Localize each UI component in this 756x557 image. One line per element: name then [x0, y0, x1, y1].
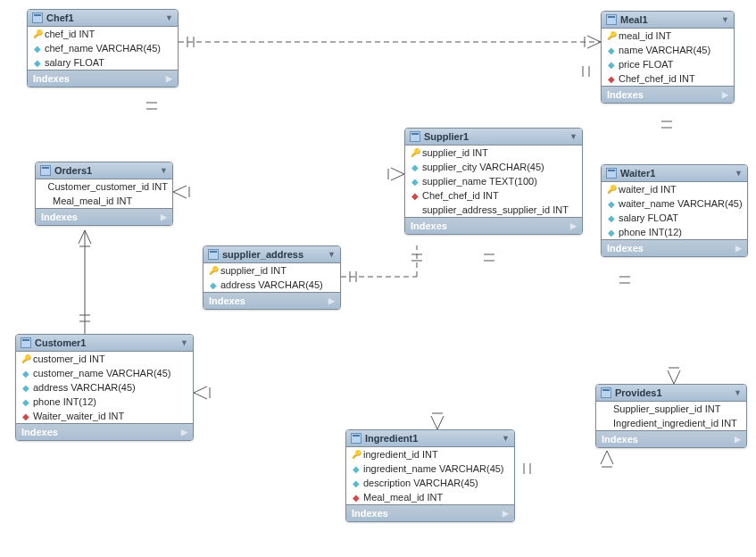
- column-row[interactable]: supplier_address_supplier_id INT: [405, 203, 582, 217]
- column-label: phone INT(12): [619, 227, 682, 237]
- key-icon: 🔑: [21, 354, 31, 363]
- entity-table[interactable]: Customer1▼🔑customer_id INT◆customer_name…: [15, 334, 194, 441]
- diamond-icon: ◆: [606, 213, 617, 223]
- indexes-section[interactable]: Indexes▶: [16, 423, 193, 440]
- table-icon: [606, 168, 617, 179]
- entity-title: Ingredient1: [365, 433, 418, 444]
- column-row[interactable]: ◆Meal_meal_id INT: [346, 490, 514, 504]
- expand-icon[interactable]: ▶: [570, 221, 577, 230]
- table-icon: [40, 165, 51, 176]
- column-row[interactable]: 🔑waiter_id INT: [602, 182, 747, 196]
- column-row[interactable]: 🔑supplier_id INT: [405, 145, 582, 160]
- indexes-section[interactable]: Indexes▶: [602, 239, 747, 256]
- expand-icon[interactable]: ▶: [722, 90, 728, 99]
- collapse-icon[interactable]: ▼: [569, 132, 577, 141]
- column-row[interactable]: ◆phone INT(12): [602, 225, 747, 239]
- collapse-icon[interactable]: ▼: [721, 15, 729, 24]
- column-row[interactable]: Supplier_supplier_id INT: [596, 402, 746, 416]
- indexes-label: Indexes: [352, 508, 388, 519]
- entity-header[interactable]: Ingredient1▼: [346, 430, 514, 447]
- expand-icon[interactable]: ▶: [328, 296, 335, 305]
- diamond-icon: ◆: [606, 46, 617, 55]
- diamond-icon: ◆: [606, 228, 617, 237]
- column-row[interactable]: 🔑supplier_id INT: [204, 263, 340, 278]
- expand-icon[interactable]: ▶: [161, 212, 167, 221]
- indexes-section[interactable]: Indexes▶: [602, 86, 734, 103]
- entity-header[interactable]: Provides1▼: [596, 385, 746, 402]
- column-label: salary FLOAT: [619, 212, 678, 223]
- column-row[interactable]: ◆phone INT(12): [16, 395, 193, 409]
- entity-header[interactable]: Chef1▼: [28, 10, 178, 27]
- erd-canvas: Chef1▼🔑chef_id INT◆chef_name VARCHAR(45)…: [0, 0, 756, 557]
- column-row[interactable]: Customer_customer_id INT: [36, 179, 172, 194]
- column-label: phone INT(12): [33, 396, 96, 407]
- column-row[interactable]: ◆Waiter_waiter_id INT: [16, 409, 193, 423]
- collapse-icon[interactable]: ▼: [160, 166, 168, 175]
- column-row[interactable]: Ingredient_ingredient_id INT: [596, 416, 746, 430]
- indexes-section[interactable]: Indexes▶: [28, 70, 178, 87]
- expand-icon[interactable]: ▶: [735, 435, 741, 444]
- column-row[interactable]: 🔑customer_id INT: [16, 352, 193, 366]
- column-row[interactable]: ◆salary FLOAT: [28, 55, 178, 70]
- column-row[interactable]: ◆salary FLOAT: [602, 211, 747, 225]
- indexes-section[interactable]: Indexes▶: [405, 217, 582, 234]
- diamond-icon: ◆: [410, 177, 420, 187]
- entity-table[interactable]: Orders1▼Customer_customer_id INTMeal_mea…: [35, 162, 173, 226]
- column-row[interactable]: ◆description VARCHAR(45): [346, 476, 514, 490]
- indexes-label: Indexes: [21, 427, 58, 437]
- column-row[interactable]: ◆customer_name VARCHAR(45): [16, 366, 193, 380]
- column-row[interactable]: ◆supplier_city VARCHAR(45): [405, 160, 582, 174]
- indexes-section[interactable]: Indexes▶: [346, 504, 514, 521]
- column-row[interactable]: 🔑chef_id INT: [28, 27, 178, 41]
- expand-icon[interactable]: ▶: [503, 509, 509, 518]
- column-row[interactable]: ◆price FLOAT: [602, 57, 734, 71]
- entity-header[interactable]: Orders1▼: [36, 162, 172, 179]
- column-row[interactable]: ◆address VARCHAR(45): [16, 380, 193, 395]
- collapse-icon[interactable]: ▼: [328, 250, 336, 259]
- key-icon: 🔑: [208, 266, 219, 275]
- diamond-fk-icon: ◆: [351, 493, 361, 503]
- indexes-section[interactable]: Indexes▶: [204, 292, 340, 309]
- entity-table[interactable]: Chef1▼🔑chef_id INT◆chef_name VARCHAR(45)…: [27, 9, 179, 87]
- column-row[interactable]: Meal_meal_id INT: [36, 194, 172, 208]
- entity-table[interactable]: Waiter1▼🔑waiter_id INT◆waiter_name VARCH…: [601, 164, 748, 257]
- entity-table[interactable]: Supplier1▼🔑supplier_id INT◆supplier_city…: [404, 128, 583, 235]
- collapse-icon[interactable]: ▼: [502, 434, 510, 443]
- indexes-section[interactable]: Indexes▶: [36, 208, 172, 225]
- table-icon: [410, 131, 420, 142]
- expand-icon[interactable]: ▶: [166, 74, 172, 83]
- entity-table[interactable]: Ingredient1▼🔑ingredient_id INT◆ingredien…: [345, 429, 515, 522]
- column-label: supplier_id INT: [422, 147, 488, 158]
- column-row[interactable]: 🔑ingredient_id INT: [346, 447, 514, 461]
- entity-header[interactable]: Meal1▼: [602, 12, 734, 29]
- column-row[interactable]: 🔑meal_id INT: [602, 29, 734, 43]
- indexes-label: Indexes: [33, 73, 70, 84]
- entity-title: Supplier1: [424, 131, 469, 142]
- entity-header[interactable]: Customer1▼: [16, 335, 193, 352]
- entity-header[interactable]: supplier_address▼: [204, 246, 340, 263]
- column-row[interactable]: ◆Chef_chef_id INT: [602, 71, 734, 86]
- collapse-icon[interactable]: ▼: [180, 338, 188, 347]
- entity-table[interactable]: Meal1▼🔑meal_id INT◆name VARCHAR(45)◆pric…: [601, 11, 735, 104]
- collapse-icon[interactable]: ▼: [734, 388, 742, 397]
- column-row[interactable]: ◆address VARCHAR(45): [204, 278, 340, 292]
- column-row[interactable]: ◆waiter_name VARCHAR(45): [602, 196, 747, 211]
- entity-header[interactable]: Waiter1▼: [602, 165, 747, 182]
- column-row[interactable]: ◆chef_name VARCHAR(45): [28, 41, 178, 55]
- column-row[interactable]: ◆Chef_chef_id INT: [405, 188, 582, 203]
- column-row[interactable]: ◆name VARCHAR(45): [602, 43, 734, 57]
- column-row[interactable]: ◆ingredient_name VARCHAR(45): [346, 461, 514, 476]
- table-icon: [601, 387, 611, 398]
- entity-header[interactable]: Supplier1▼: [405, 129, 582, 145]
- column-row[interactable]: ◆supplier_name TEXT(100): [405, 174, 582, 188]
- collapse-icon[interactable]: ▼: [735, 169, 743, 178]
- diamond-icon: ◆: [32, 58, 43, 68]
- diamond-icon: ◆: [21, 397, 31, 407]
- expand-icon[interactable]: ▶: [181, 428, 187, 436]
- indexes-section[interactable]: Indexes▶: [596, 430, 746, 447]
- indexes-label: Indexes: [411, 220, 447, 231]
- expand-icon[interactable]: ▶: [735, 244, 742, 253]
- entity-table[interactable]: supplier_address▼🔑supplier_id INT◆addres…: [203, 245, 341, 310]
- entity-table[interactable]: Provides1▼Supplier_supplier_id INTIngred…: [595, 384, 747, 448]
- collapse-icon[interactable]: ▼: [165, 13, 173, 22]
